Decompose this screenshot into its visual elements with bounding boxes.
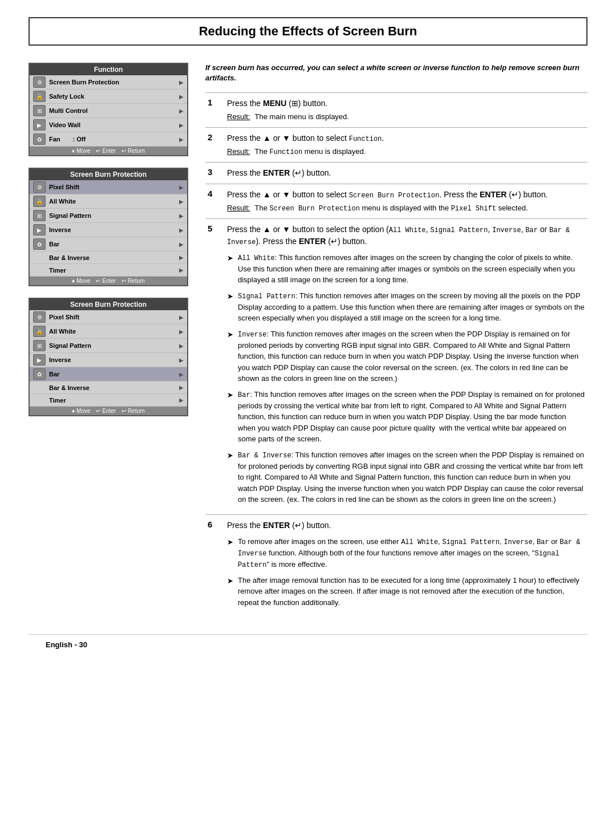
icon-fan: ✿ (33, 133, 46, 145)
menu-item-screen-burn: ⚙ Screen Burn Protection ▶ (30, 75, 187, 90)
page-title: Reducing the Effects of Screen Burn (29, 17, 587, 46)
step-2-result: Result: The Function menu is displayed. (227, 146, 585, 157)
menu-screen-burn-1-items: ⚙ Pixel Shift ▶ 🔒 All White ▶ ⊞ Signal P… (30, 180, 187, 277)
menu-item-bar: ✿ Bar ▶ (30, 237, 187, 251)
menu-function: Function ⚙ Screen Burn Protection ▶ 🔒 Sa… (29, 63, 188, 156)
icon2-pixel-shift: ⚙ (33, 311, 46, 323)
step-2: 2 Press the ▲ or ▼ button to select Func… (205, 127, 587, 162)
icon2-inverse: ▶ (33, 354, 46, 366)
menu-function-footer: ♦ Move ↵ Enter ↩ Return (30, 147, 187, 155)
step-6-bullet-1: ➤ To remove after images on the screen, … (227, 536, 585, 570)
step-3-content: Press the ENTER (↵) button. (222, 162, 587, 184)
step-4-result: Result: The Screen Burn Protection menu … (227, 202, 585, 214)
step-4-num: 4 (205, 184, 222, 218)
menu-screen-burn-2-title: Screen Burn Protection (30, 299, 187, 310)
menu-screen-burn-1: Screen Burn Protection ⚙ Pixel Shift ▶ 🔒… (29, 168, 188, 286)
icon-video: ▶ (33, 119, 46, 131)
step-6-bullets: ➤ To remove after images on the screen, … (227, 536, 585, 608)
menu-item-video-wall: ▶ Video Wall ▶ (30, 118, 187, 132)
icon2-signal: ⊞ (33, 340, 46, 351)
step-5-bullets: ➤ All White: This function removes after… (227, 252, 585, 505)
menu-item2-signal-pattern: ⊞ Signal Pattern ▶ (30, 339, 187, 353)
menu-item-fan: ✿ Fan : Off ▶ (30, 132, 187, 147)
right-column: If screen burn has occurred, you can sel… (205, 63, 587, 617)
icon-inverse: ▶ (33, 224, 46, 236)
bullet-bar-inverse: ➤ Bar & Inverse: This function removes a… (227, 449, 585, 505)
menu-item-timer: Timer ▶ (30, 264, 187, 277)
step-1: 1 Press the MENU (⊞) button. Result: The… (205, 93, 587, 128)
step-6-content: Press the ENTER (↵) button. ➤ To remove … (222, 514, 587, 617)
menu-screen-burn-1-title: Screen Burn Protection (30, 169, 187, 180)
menu-item-pixel-shift: ⚙ Pixel Shift ▶ (30, 180, 187, 194)
intro-text: If screen burn has occurred, you can sel… (205, 63, 587, 83)
step-5: 5 Press the ▲ or ▼ button to select the … (205, 218, 587, 514)
icon-settings: ⚙ (33, 76, 46, 88)
menu-function-title: Function (30, 64, 187, 75)
menu-screen-burn-2: Screen Burn Protection ⚙ Pixel Shift ▶ 🔒… (29, 298, 188, 416)
menu-item-signal-pattern: ⊞ Signal Pattern ▶ (30, 209, 187, 223)
step-3-num: 3 (205, 162, 222, 184)
icon2-all-white: 🔒 (33, 326, 46, 337)
step-5-num: 5 (205, 218, 222, 514)
menu-item2-timer: Timer ▶ (30, 394, 187, 407)
menu-item2-inverse: ▶ Inverse ▶ (30, 353, 187, 367)
icon-pixel-shift: ⚙ (33, 181, 46, 193)
menu-item-all-white: 🔒 All White ▶ (30, 194, 187, 209)
icon2-bar: ✿ (33, 368, 46, 380)
menu-item-bar-inverse: Bar & Inverse ▶ (30, 251, 187, 264)
menu-item-multi-control: ⊞ Multi Control ▶ (30, 104, 187, 118)
menu-item2-pixel-shift: ⚙ Pixel Shift ▶ (30, 310, 187, 324)
step-2-num: 2 (205, 127, 222, 162)
icon-bar: ✿ (33, 238, 46, 250)
menu-item-inverse: ▶ Inverse ▶ (30, 223, 187, 237)
icon-all-white: 🔒 (33, 196, 46, 207)
step-6-num: 6 (205, 514, 222, 617)
step-1-result: Result: The main menu is displayed. (227, 111, 585, 123)
page-footer: English - 30 (29, 634, 587, 649)
step-2-content: Press the ▲ or ▼ button to select Functi… (222, 127, 587, 162)
bullet-signal-pattern: ➤ Signal Pattern: This function removes … (227, 290, 585, 324)
steps-table: 1 Press the MENU (⊞) button. Result: The… (205, 92, 587, 617)
step-6: 6 Press the ENTER (↵) button. ➤ To remov… (205, 514, 587, 617)
step-3: 3 Press the ENTER (↵) button. (205, 162, 587, 184)
bullet-inverse: ➤ Inverse: This function removes after i… (227, 328, 585, 384)
step-4: 4 Press the ▲ or ▼ button to select Scre… (205, 184, 587, 218)
icon-multi: ⊞ (33, 105, 46, 116)
left-column: Function ⚙ Screen Burn Protection ▶ 🔒 Sa… (29, 63, 188, 617)
step-6-bullet-2: ➤ The after image removal function has t… (227, 575, 585, 608)
menu-item-safety-lock: 🔒 Safety Lock ▶ (30, 90, 187, 104)
menu-function-items: ⚙ Screen Burn Protection ▶ 🔒 Safety Lock… (30, 75, 187, 147)
step-5-content: Press the ▲ or ▼ button to select the op… (222, 218, 587, 514)
bullet-bar: ➤ Bar: This function removes after image… (227, 389, 585, 445)
icon-signal: ⊞ (33, 210, 46, 221)
menu-screen-burn-1-footer: ♦ Move ↵ Enter ↩ Return (30, 277, 187, 285)
menu-item2-bar-inverse: Bar & Inverse ▶ (30, 382, 187, 394)
menu-screen-burn-2-footer: ♦ Move ↵ Enter ↩ Return (30, 407, 187, 415)
icon-lock: 🔒 (33, 91, 46, 102)
step-1-num: 1 (205, 93, 222, 128)
step-4-content: Press the ▲ or ▼ button to select Screen… (222, 184, 587, 218)
menu-item2-bar: ✿ Bar ▶ (30, 367, 187, 382)
bullet-all-white: ➤ All White: This function removes after… (227, 252, 585, 286)
menu-screen-burn-2-items: ⚙ Pixel Shift ▶ 🔒 All White ▶ ⊞ Signal P… (30, 310, 187, 407)
step-1-content: Press the MENU (⊞) button. Result: The m… (222, 93, 587, 128)
menu-item2-all-white: 🔒 All White ▶ (30, 324, 187, 339)
